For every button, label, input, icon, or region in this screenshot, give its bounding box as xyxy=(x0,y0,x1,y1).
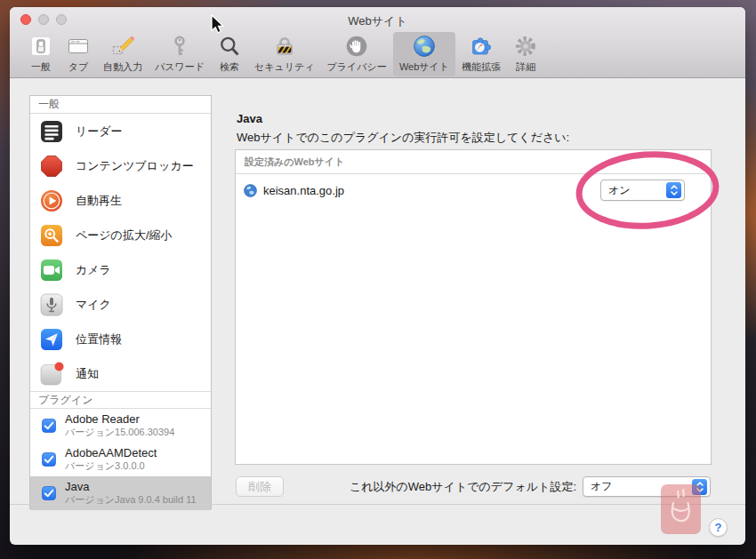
tab-label: 検索 xyxy=(220,60,239,74)
tab-label: Webサイト xyxy=(399,60,449,74)
search-icon xyxy=(217,34,242,59)
tab-label: プライバシー xyxy=(327,60,387,74)
sidebar-item-microphone[interactable]: マイク xyxy=(30,287,211,322)
checkbox-checked-icon[interactable] xyxy=(42,419,56,433)
globe-icon xyxy=(412,34,437,59)
reader-icon xyxy=(40,120,63,143)
sidebar-item-camera[interactable]: カメラ xyxy=(30,252,211,287)
permission-select[interactable]: オン xyxy=(600,180,685,201)
configured-websites-table: 設定済みのWebサイト keisan.nta.go.jp オン xyxy=(235,149,712,465)
sidebar-item-label: マイク xyxy=(76,297,111,313)
tab-general[interactable]: 一般 xyxy=(22,32,60,76)
sidebar-item-label: 通知 xyxy=(76,366,99,382)
tab-search[interactable]: 検索 xyxy=(211,32,248,76)
privacy-hand-icon xyxy=(344,34,369,59)
general-icon xyxy=(28,34,53,59)
sidebar-item-content-blockers[interactable]: コンテンツブロッカー xyxy=(30,148,211,183)
plugin-item-adobeaamdetect[interactable]: AdobeAAMDetect バージョン3.0.0.0 xyxy=(30,443,211,476)
tab-security[interactable]: セキュリティ xyxy=(248,32,321,76)
tab-websites[interactable]: Webサイト xyxy=(393,32,455,76)
tab-tabs[interactable]: タブ xyxy=(60,32,97,76)
puzzle-extension-icon xyxy=(469,34,494,59)
plugin-version: バージョン15.006.30394 xyxy=(65,427,174,438)
gear-icon xyxy=(513,34,538,59)
key-icon xyxy=(167,34,192,59)
autoplay-icon xyxy=(40,189,63,212)
security-lock-icon xyxy=(272,34,297,59)
tab-advanced[interactable]: 詳細 xyxy=(507,32,544,76)
sidebar-item-label: 自動再生 xyxy=(76,193,122,209)
tab-autofill[interactable]: 自動入力 xyxy=(97,32,149,76)
sidebar-section-general: 一般 xyxy=(30,96,211,114)
java-cup-watermark-icon xyxy=(661,484,701,534)
location-arrow-icon xyxy=(40,328,63,351)
tab-label: 機能拡張 xyxy=(462,60,501,74)
tab-passwords[interactable]: パスワード xyxy=(149,32,211,76)
plugin-item-adobe-reader[interactable]: Adobe Reader バージョン15.006.30394 xyxy=(30,409,211,443)
autofill-icon xyxy=(110,34,135,59)
plugin-heading: Java xyxy=(237,112,262,125)
site-domain: keisan.nta.go.jp xyxy=(263,184,344,197)
tab-extensions[interactable]: 機能拡張 xyxy=(455,32,507,76)
plugin-name: AdobeAAMDetect xyxy=(65,447,157,460)
websites-sidebar: 一般 リーダー コンテンツブロッカー xyxy=(29,95,212,509)
sidebar-item-label: 位置情報 xyxy=(76,331,122,347)
plugin-version: バージョン3.0.0.0 xyxy=(65,460,157,472)
page-zoom-icon xyxy=(40,224,63,247)
tabs-icon xyxy=(66,34,91,59)
tab-privacy[interactable]: プライバシー xyxy=(321,32,393,76)
window-title: Webサイト xyxy=(10,13,745,29)
sidebar-item-notifications[interactable]: 通知 xyxy=(30,356,211,391)
preferences-toolbar: 一般 タブ xyxy=(22,32,738,76)
tab-label: 詳細 xyxy=(516,60,535,74)
permission-value: オン xyxy=(601,183,666,198)
tab-label: セキュリティ xyxy=(254,60,315,74)
sidebar-item-autoplay[interactable]: 自動再生 xyxy=(30,183,211,218)
table-header: 設定済みのWebサイト xyxy=(236,150,711,174)
tab-label: 自動入力 xyxy=(103,60,142,74)
tab-label: 一般 xyxy=(31,60,51,74)
checkbox-checked-icon[interactable] xyxy=(42,452,56,467)
sidebar-item-reader[interactable]: リーダー xyxy=(30,114,211,148)
microphone-icon xyxy=(40,293,63,316)
plugin-name: Adobe Reader xyxy=(65,413,174,427)
sidebar-item-label: リーダー xyxy=(76,124,123,140)
plugin-name: Java xyxy=(65,481,197,494)
sidebar-item-page-zoom[interactable]: ページの拡大/縮小 xyxy=(30,218,211,252)
sidebar-item-label: コンテンツブロッカー xyxy=(76,158,194,174)
checkbox-checked-icon[interactable] xyxy=(42,486,56,500)
window-header: Webサイト 一般 タブ xyxy=(10,7,745,78)
help-button[interactable]: ? xyxy=(709,518,728,537)
site-globe-icon xyxy=(244,184,257,197)
sidebar-item-label: カメラ xyxy=(76,262,111,278)
content-blocker-icon xyxy=(40,155,63,178)
sidebar-item-location[interactable]: 位置情報 xyxy=(30,322,211,356)
plugin-item-java[interactable]: Java バージョンJava 9.0.4 build 11 xyxy=(30,476,211,510)
notifications-icon xyxy=(40,363,63,386)
plugin-description: Webサイトでのこのプラグインの実行許可を設定してください: xyxy=(237,130,569,146)
sidebar-section-plugins: プラグイン xyxy=(30,391,211,409)
safari-preferences-window: Webサイト 一般 タブ xyxy=(10,7,745,545)
remove-button[interactable]: 削除 xyxy=(236,476,284,497)
tab-label: パスワード xyxy=(155,60,205,74)
default-setting-label: これ以外のWebサイトでのデフォルト設定: xyxy=(350,479,576,495)
tab-label: タブ xyxy=(68,60,89,74)
camera-icon xyxy=(40,259,63,282)
footer-divider xyxy=(10,504,745,505)
table-row[interactable]: keisan.nta.go.jp オン xyxy=(236,174,711,206)
sidebar-item-label: ページの拡大/縮小 xyxy=(76,228,173,244)
select-stepper-icon xyxy=(666,182,681,198)
